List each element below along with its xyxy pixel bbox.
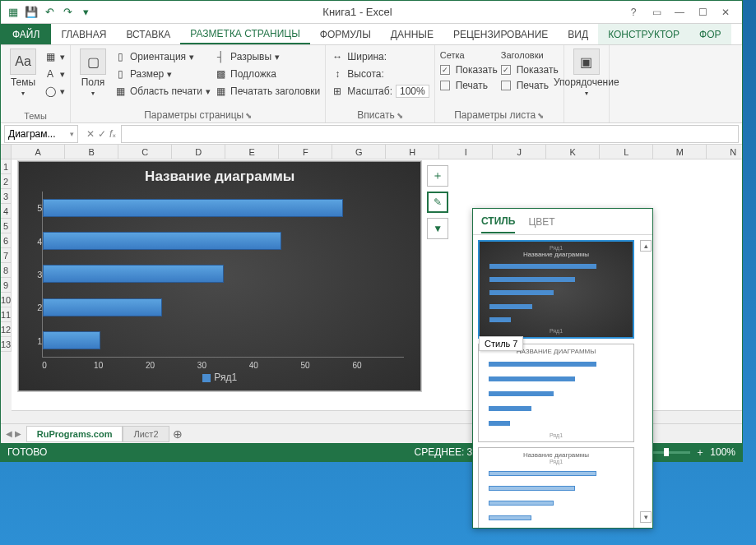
sheet-tab-active[interactable]: RuPrograms.com <box>26 426 123 442</box>
row-header[interactable]: 4 <box>1 204 12 219</box>
tab-home[interactable]: ГЛАВНАЯ <box>51 24 116 44</box>
insert-function-icon[interactable]: fₓ <box>109 128 116 140</box>
tab-insert[interactable]: ВСТАВКА <box>116 24 180 44</box>
gridlines-print-checkbox[interactable]: Печать <box>440 78 498 93</box>
undo-icon[interactable]: ↶ <box>42 5 57 20</box>
print-area-button[interactable]: ▦Область печати ▾ <box>114 83 211 99</box>
chart-bar[interactable] <box>43 199 342 217</box>
maximize-icon[interactable]: ☐ <box>693 4 712 21</box>
column-header[interactable]: K <box>546 145 600 159</box>
enter-formula-icon[interactable]: ✓ <box>98 128 106 140</box>
headings-print-checkbox[interactable]: Печать <box>501 78 559 93</box>
tab-file[interactable]: ФАЙЛ <box>1 24 51 44</box>
ribbon-display-icon[interactable]: ▭ <box>647 4 666 21</box>
arrange-button[interactable]: ▣ Упорядочение ▾ <box>569 48 604 119</box>
print-titles-button[interactable]: ▦Печатать заголовки <box>214 83 320 99</box>
chart-plot-area[interactable]: 5 4 3 2 1 <box>19 188 420 361</box>
theme-effects-button[interactable]: ◯▾ <box>44 83 65 99</box>
save-icon[interactable]: 💾 <box>24 5 39 20</box>
redo-icon[interactable]: ↷ <box>60 5 75 20</box>
column-header[interactable]: C <box>118 145 172 159</box>
column-header[interactable]: B <box>65 145 118 159</box>
chart-value-axis[interactable]: 0 10 20 30 40 50 60 <box>19 361 420 370</box>
fit-launcher[interactable]: ⬊ <box>397 111 403 120</box>
column-header[interactable]: E <box>225 145 279 159</box>
row-header[interactable]: 9 <box>1 278 12 293</box>
select-all-button[interactable] <box>1 145 12 159</box>
row-header[interactable]: 6 <box>1 233 12 248</box>
chart-filters-button[interactable]: ▼ <box>427 218 448 239</box>
column-header[interactable]: J <box>493 145 546 159</box>
tab-chart-design[interactable]: КОНСТРУКТОР <box>598 24 689 44</box>
column-header[interactable]: N <box>707 145 742 159</box>
chart-bar[interactable] <box>43 298 162 316</box>
column-header[interactable]: H <box>386 145 439 159</box>
column-header[interactable]: A <box>12 145 65 159</box>
background-button[interactable]: ▩Подложка <box>214 66 320 82</box>
sheet-options-launcher[interactable]: ⬊ <box>537 111 544 120</box>
row-header[interactable]: 3 <box>1 189 12 204</box>
headings-view-checkbox[interactable]: ✓Показать <box>501 62 559 77</box>
chart-bar[interactable] <box>43 232 281 250</box>
close-icon[interactable]: ✕ <box>716 4 735 21</box>
scroll-down-icon[interactable]: ▾ <box>640 511 652 523</box>
tab-data[interactable]: ДАННЫЕ <box>381 24 443 44</box>
width-control[interactable]: ↔Ширина: <box>331 48 429 65</box>
theme-colors-button[interactable]: ▦▾ <box>44 48 65 65</box>
chart-style-thumbnail[interactable]: Стиль 7 НАЗВАНИЕ ДИАГРАММЫ Ряд1 <box>478 344 634 442</box>
column-header[interactable]: G <box>332 145 386 159</box>
row-header[interactable]: 11 <box>1 307 12 322</box>
help-icon[interactable]: ? <box>624 4 643 21</box>
chart-category-axis[interactable]: 5 4 3 2 1 <box>26 192 42 358</box>
page-setup-launcher[interactable]: ⬊ <box>245 111 252 120</box>
chart-bar[interactable] <box>43 331 100 349</box>
chart-elements-button[interactable]: ＋ <box>427 165 448 187</box>
color-tab[interactable]: ЦВЕТ <box>528 211 554 233</box>
height-control[interactable]: ↕Высота: <box>331 66 429 82</box>
tab-review[interactable]: РЕЦЕНЗИРОВАНИЕ <box>443 24 558 44</box>
zoom-level[interactable]: 100% <box>710 446 735 458</box>
tab-view[interactable]: ВИД <box>558 24 598 44</box>
gridlines-view-checkbox[interactable]: ✓Показать <box>440 62 498 77</box>
row-header[interactable]: 2 <box>1 174 12 189</box>
sheet-nav[interactable]: ◀ ▶ <box>1 429 26 438</box>
orientation-button[interactable]: ▯Ориентация ▾ <box>114 48 211 65</box>
row-header[interactable]: 1 <box>1 159 12 174</box>
margins-button[interactable]: ▢ Поля ▾ <box>76 48 110 108</box>
chart-style-thumbnail[interactable]: Название диаграммы Ряд1 <box>478 447 634 528</box>
tab-page-layout[interactable]: РАЗМЕТКА СТРАНИЦЫ <box>180 24 310 44</box>
chart-title[interactable]: Название диаграммы <box>19 162 420 188</box>
row-header[interactable]: 10 <box>1 293 12 307</box>
row-header[interactable]: 5 <box>1 219 12 233</box>
column-header[interactable]: M <box>653 145 707 159</box>
zoom-in-icon[interactable]: ＋ <box>695 446 705 460</box>
themes-button[interactable]: Аа Темы ▾ <box>6 48 40 109</box>
column-header[interactable]: F <box>279 145 332 159</box>
chart-styles-button[interactable]: ✎ <box>427 192 448 213</box>
minimize-icon[interactable]: — <box>670 4 689 21</box>
row-header[interactable]: 7 <box>1 248 12 263</box>
qat-customize-icon[interactable]: ▾ <box>78 5 93 20</box>
row-header[interactable]: 13 <box>1 337 12 352</box>
formula-input[interactable] <box>121 125 739 143</box>
tab-formulas[interactable]: ФОРМУЛЫ <box>310 24 381 44</box>
column-header[interactable]: L <box>600 145 653 159</box>
breaks-button[interactable]: ┤Разрывы ▾ <box>214 48 320 65</box>
embedded-chart[interactable]: Название диаграммы 5 4 3 2 1 <box>18 161 421 391</box>
styles-scrollbar[interactable]: ▴ ▾ <box>639 240 652 523</box>
column-header[interactable]: D <box>172 145 225 159</box>
row-header[interactable]: 8 <box>1 263 12 278</box>
tab-chart-format[interactable]: ФОР <box>689 24 730 44</box>
style-tab[interactable]: СТИЛЬ <box>481 210 515 233</box>
theme-fonts-button[interactable]: A▾ <box>44 66 65 82</box>
column-header[interactable]: I <box>439 145 493 159</box>
chart-style-thumbnail[interactable]: Ряд1 Название диаграммы Ряд1 <box>478 240 634 339</box>
sheet-tab[interactable]: Лист2 <box>123 426 169 442</box>
name-box[interactable]: Диаграм...▾ <box>4 125 78 143</box>
chart-bar[interactable] <box>43 265 224 283</box>
chart-bars[interactable] <box>42 192 404 358</box>
chart-legend[interactable]: Ряд1 <box>19 370 420 385</box>
cancel-formula-icon[interactable]: ✕ <box>86 128 95 140</box>
scale-control[interactable]: ⊞Масштаб: 100% <box>331 83 429 99</box>
new-sheet-button[interactable]: ⊕ <box>169 427 186 441</box>
